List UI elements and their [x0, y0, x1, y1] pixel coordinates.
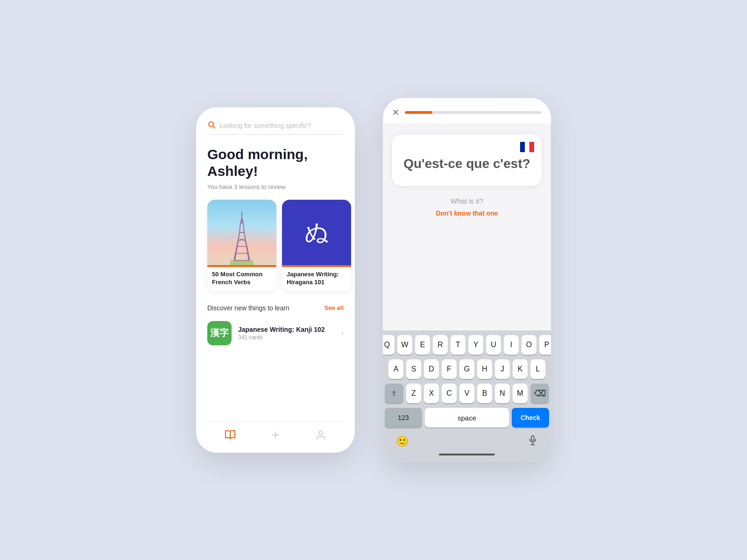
- key-i[interactable]: I: [504, 335, 519, 355]
- key-f[interactable]: F: [442, 359, 457, 379]
- key-n[interactable]: N: [495, 384, 510, 403]
- svg-line-10: [240, 223, 240, 232]
- search-placeholder: Looking for something specific?: [219, 122, 311, 129]
- french-verbs-card[interactable]: 50 Most Common French Verbs: [207, 200, 276, 291]
- check-key[interactable]: Check: [512, 408, 549, 427]
- number-key[interactable]: 123: [385, 408, 422, 427]
- key-w[interactable]: W: [397, 335, 412, 355]
- hiragana-card[interactable]: ぬ Japanese Writing: Hiragana 101: [282, 200, 351, 291]
- hiragana-card-image: ぬ: [282, 200, 351, 265]
- key-k[interactable]: K: [513, 359, 528, 379]
- delete-key[interactable]: ⌫: [530, 384, 549, 403]
- svg-rect-2: [230, 260, 254, 265]
- key-a[interactable]: A: [388, 359, 403, 379]
- quiz-question-text: Qu'est-ce que c'est?: [403, 155, 530, 173]
- key-t[interactable]: T: [451, 335, 465, 355]
- kanji-icon: 漢字: [207, 321, 232, 345]
- keyboard-row-1: Q W E R T Y U I O P: [385, 335, 549, 355]
- search-bar[interactable]: Looking for something specific?: [207, 120, 344, 135]
- hiragana-label: Japanese Writing: Hiragana 101: [282, 267, 351, 291]
- key-s[interactable]: S: [406, 359, 421, 379]
- quiz-header: ✕: [383, 98, 551, 123]
- nav-add-icon[interactable]: [270, 429, 281, 443]
- key-m[interactable]: M: [513, 384, 528, 403]
- kanji-count: 341 cards: [238, 334, 335, 341]
- flag-red: [529, 142, 534, 152]
- key-d[interactable]: D: [424, 359, 439, 379]
- key-r[interactable]: R: [433, 335, 448, 355]
- subtitle-text: You have 3 lessons to review: [207, 183, 344, 190]
- list-item-info: Japanese Writing: Kanji 102 341 cards: [238, 326, 335, 341]
- emoji-icon[interactable]: 🙂: [396, 435, 409, 448]
- keyboard-row-3: ⇧ Z X C V B N M ⌫: [385, 384, 549, 403]
- kanji-title: Japanese Writing: Kanji 102: [238, 326, 335, 333]
- discover-header: Discover new things to learn See all: [207, 304, 344, 312]
- key-g[interactable]: G: [459, 359, 474, 379]
- key-c[interactable]: C: [442, 384, 457, 403]
- key-v[interactable]: V: [459, 384, 474, 403]
- key-x[interactable]: X: [424, 384, 439, 403]
- flag-white: [525, 142, 529, 152]
- space-key[interactable]: space: [425, 408, 509, 427]
- french-verbs-label: 50 Most Common French Verbs: [207, 267, 276, 291]
- microphone-icon[interactable]: [528, 435, 538, 448]
- svg-point-18: [319, 431, 323, 434]
- key-h[interactable]: H: [477, 359, 492, 379]
- phone-2: ✕ Qu'est-ce que c'est? What is it? Don't…: [383, 98, 551, 462]
- keyboard: Q W E R T Y U I O P A S D F G H J K L ⇧ …: [383, 330, 551, 462]
- key-z[interactable]: Z: [406, 384, 421, 403]
- dont-know-button[interactable]: Don't know that one: [436, 210, 498, 217]
- hiragana-character: ぬ: [304, 216, 329, 249]
- svg-rect-19: [531, 436, 534, 441]
- eiffel-card-image: [207, 200, 276, 265]
- nav-profile-icon[interactable]: [315, 429, 326, 443]
- search-icon: [207, 120, 216, 131]
- kanji-list-item[interactable]: 漢字 Japanese Writing: Kanji 102 341 cards…: [207, 318, 344, 348]
- svg-line-11: [243, 223, 244, 232]
- key-l[interactable]: L: [530, 359, 545, 379]
- shift-key[interactable]: ⇧: [385, 384, 403, 403]
- discover-title: Discover new things to learn: [207, 304, 289, 312]
- nav-books-icon[interactable]: [225, 429, 236, 443]
- flag-blue: [520, 142, 525, 152]
- key-b[interactable]: B: [477, 384, 492, 403]
- key-j[interactable]: J: [495, 359, 510, 379]
- close-button[interactable]: ✕: [392, 107, 399, 118]
- key-o[interactable]: O: [521, 335, 536, 355]
- lesson-cards-row: 50 Most Common French Verbs ぬ Japanese W…: [207, 200, 344, 291]
- french-flag: [520, 142, 534, 152]
- flash-card: Qu'est-ce que c'est?: [392, 134, 542, 186]
- key-e[interactable]: E: [415, 335, 430, 355]
- progress-bar-background: [405, 111, 542, 114]
- key-y[interactable]: Y: [468, 335, 483, 355]
- keyboard-row-2: A S D F G H J K L: [385, 359, 549, 379]
- key-q[interactable]: Q: [383, 335, 395, 355]
- progress-bar-fill: [405, 111, 432, 114]
- eiffel-tower-svg: [230, 209, 254, 265]
- key-p[interactable]: P: [539, 335, 551, 355]
- quiz-content: Qu'est-ce que c'est? What is it? Don't k…: [383, 123, 551, 330]
- svg-line-1: [213, 126, 215, 128]
- greeting-text: Good morning, Ashley!: [207, 146, 344, 180]
- chevron-right-icon: ›: [341, 329, 344, 337]
- handle-bar: [439, 454, 495, 455]
- see-all-button[interactable]: See all: [324, 304, 344, 311]
- bottom-nav: [207, 421, 344, 453]
- home-indicator: [385, 454, 549, 460]
- key-u[interactable]: U: [486, 335, 501, 355]
- keyboard-bottom-row: 123 space Check: [385, 408, 549, 427]
- quiz-prompt-text: What is it?: [451, 197, 483, 205]
- phone-1: Looking for something specific? Good mor…: [196, 107, 355, 453]
- keyboard-extras: 🙂: [385, 431, 549, 454]
